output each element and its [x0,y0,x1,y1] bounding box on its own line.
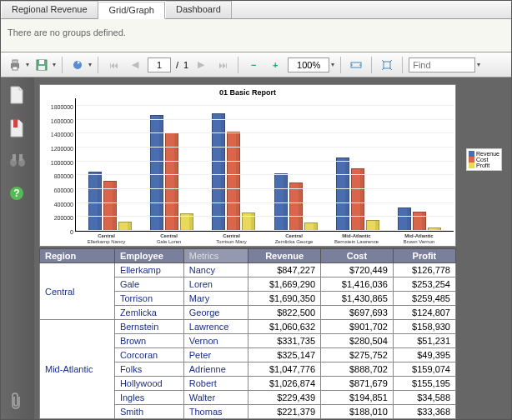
cell-rev: $325,147 [248,348,321,362]
svg-text:?: ? [13,188,19,199]
cell-prof: $124,807 [393,306,455,320]
table-row[interactable]: Mid-AtlanticBernsteinLawrence$1,060,632$… [40,320,456,334]
zoom-dropdown[interactable]: ▾ [331,61,334,68]
cell-cost: $188,010 [321,405,394,419]
cell-last: Bernstein [114,320,183,334]
separator [62,57,63,73]
col-profit[interactable]: Profit [393,249,455,263]
cell-last: Brown [114,334,183,348]
cell-first: Walter [183,391,248,405]
print-dropdown[interactable]: ▾ [26,61,29,68]
legend-item: Profit [469,162,499,168]
col-revenue[interactable]: Revenue [248,249,321,263]
help-icon[interactable]: ? [9,186,26,204]
page-icon[interactable] [9,86,26,104]
attachment-icon[interactable] [9,392,26,411]
tab-grid-graph[interactable]: Grid/Graph [98,2,165,19]
cell-last: Folks [114,362,183,377]
chart-plot [75,98,454,232]
cell-prof: $158,930 [393,320,455,334]
refresh-button[interactable] [68,56,87,74]
save-button[interactable] [33,56,51,74]
col-region[interactable]: Region [40,249,115,263]
bar-profit [366,220,379,231]
cell-rev: $1,060,632 [248,320,321,334]
bar-cost [351,168,364,231]
cell-cost: $901,702 [321,320,394,334]
cell-region: Mid-Atlantic [40,320,115,419]
cell-prof: $51,231 [393,334,455,348]
binoculars-icon[interactable] [9,152,26,171]
cell-rev: $822,500 [248,306,321,320]
header-row: Region Employee Metrics Revenue Cost Pro… [40,249,456,263]
find-input[interactable] [409,58,475,72]
cell-prof: $34,588 [393,391,455,405]
separator [340,57,341,73]
svg-rect-8 [384,62,390,68]
bar-group [210,113,257,231]
page-total: 1 [183,60,188,70]
print-button[interactable] [6,56,24,74]
cell-cost: $1,416,036 [321,278,394,292]
col-cost[interactable]: Cost [321,249,394,263]
last-page-button[interactable]: ⏭ [213,56,232,74]
zoom-in-button[interactable]: + [266,56,284,74]
xaxis-label: CentralEllerkamp Nancy [83,233,130,244]
cell-first: Loren [183,278,248,292]
xaxis-label: CentralZemlicka George [271,233,318,244]
col-employee[interactable]: Employee [114,249,183,263]
cell-prof: $159,074 [393,362,455,377]
chart-title: 01 Basic Report [42,87,454,98]
cell-cost: $871,679 [321,377,394,391]
cell-prof: $155,195 [393,377,455,391]
toolbar: ▾ ▾ ▾ ⏮ ◀ / 1 ▶ ⏭ − + ▾ ▾ [1,52,511,78]
message-text: There are no groups defined. [8,28,126,38]
tab-dashboard[interactable]: Dashboard [165,1,232,18]
svg-rect-2 [13,67,18,70]
bar-cost [413,212,426,231]
svg-rect-1 [13,60,18,63]
xaxis-label: CentralGale Loren [146,233,193,244]
page-sep: / [174,60,180,70]
cell-rev: $221,379 [248,405,321,419]
cell-prof: $259,485 [393,292,455,306]
page-input[interactable] [148,58,171,72]
bookmark-icon[interactable] [9,119,26,138]
cell-cost: $194,851 [321,391,394,405]
cell-last: Zemlicka [114,306,183,320]
fit-page-button[interactable] [378,56,396,74]
cell-prof: $253,254 [393,278,455,292]
cell-first: Nancy [183,263,248,278]
next-page-button[interactable]: ▶ [192,56,210,74]
cell-cost: $888,702 [321,362,394,377]
refresh-dropdown[interactable]: ▾ [88,61,92,68]
cell-last: Smith [114,405,183,419]
cell-rev: $847,227 [248,263,321,278]
fit-width-button[interactable] [347,56,365,74]
tab-regional-revenue[interactable]: Regional Revenue [1,1,98,18]
prev-page-button[interactable]: ◀ [126,56,144,74]
work-area: ? 01 Basic Report 0200000400000600000800… [1,78,511,419]
svg-rect-4 [39,60,44,64]
cell-cost: $275,752 [321,348,394,362]
cell-cost: $720,449 [321,263,394,278]
col-metrics[interactable]: Metrics [183,249,248,263]
save-dropdown[interactable]: ▾ [53,61,56,68]
cell-first: Robert [183,377,248,391]
bar-group [334,158,381,231]
bar-revenue [336,158,349,231]
xaxis-label: CentralTorrison Mary [208,233,255,244]
cell-rev: $331,735 [248,334,321,348]
table-row[interactable]: CentralEllerkampNancy$847,227$720,449$12… [40,263,456,278]
content-area: 01 Basic Report 020000040000060000080000… [34,78,511,419]
cell-cost: $1,430,865 [321,292,394,306]
cell-rev: $1,047,776 [248,362,321,377]
find-dropdown[interactable]: ▾ [477,61,480,68]
cell-first: George [183,306,248,320]
zoom-out-button[interactable]: − [244,56,263,74]
zoom-input[interactable] [288,58,329,72]
cell-first: Lawrence [183,320,248,334]
legend-item: Cost [469,157,499,162]
first-page-button[interactable]: ⏮ [104,56,123,74]
cell-first: Vernon [183,334,248,348]
